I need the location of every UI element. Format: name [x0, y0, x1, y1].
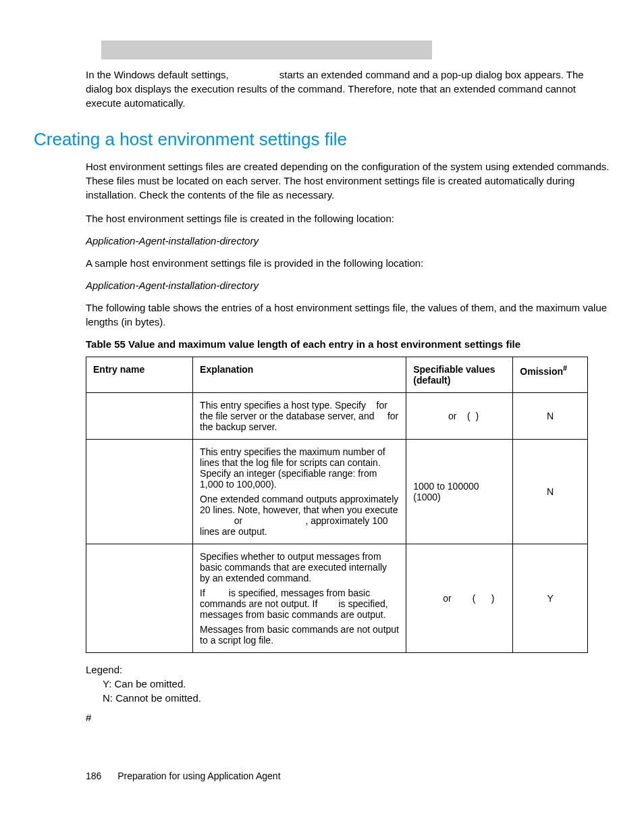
paragraph-4: A sample host environment settings file … [86, 256, 610, 270]
cell-entry [86, 393, 193, 440]
code-block [101, 41, 432, 59]
table-header-row: Entry name Explanation Specifiable value… [86, 357, 588, 393]
intro-paragraph: In the Windows default settings, starts … [86, 68, 610, 110]
header-omission: Omission# [513, 357, 588, 393]
path-2: Application-Agent-installation-directory [86, 280, 610, 291]
cell-values: or ( ) [406, 544, 513, 653]
cell-values: or ( ) [406, 393, 513, 440]
cell-explanation: Specifies whether to output messages fro… [193, 544, 406, 653]
table-row: Specifies whether to output messages fro… [86, 544, 588, 653]
cell-entry [86, 544, 193, 653]
footnote-hash: # [86, 712, 610, 723]
section-heading: Creating a host environment settings fil… [34, 129, 610, 150]
path-1: Application-Agent-installation-directory [86, 235, 610, 246]
paragraph-6: The following table shows the entries of… [86, 301, 610, 329]
legend-n: N: Cannot be omitted. [103, 692, 610, 704]
page-number: 186 [86, 771, 101, 781]
header-entry-name: Entry name [86, 357, 193, 393]
paragraph-1: Host environment settings files are crea… [86, 159, 610, 202]
legend-title: Legend: [86, 664, 610, 675]
header-values: Specifiable values (default) [406, 357, 513, 393]
cell-explanation: This entry specifies a host type. Specif… [193, 393, 406, 440]
legend-y: Y: Can be omitted. [103, 678, 610, 689]
cell-omission: Y [513, 544, 588, 653]
cell-entry [86, 440, 193, 544]
cell-omission: N [513, 440, 588, 544]
table-row: This entry specifies a host type. Specif… [86, 393, 588, 440]
cell-values: 1000 to 100000 (1000) [406, 440, 513, 544]
cell-explanation: This entry specifies the maximum number … [193, 440, 406, 544]
header-explanation: Explanation [193, 357, 406, 393]
cell-omission: N [513, 393, 588, 440]
settings-table: Entry name Explanation Specifiable value… [86, 357, 588, 653]
paragraph-2: The host environment settings file is cr… [86, 211, 610, 226]
page-footer: 186 Preparation for using Application Ag… [86, 771, 610, 781]
table-caption: Table 55 Value and maximum value length … [86, 338, 610, 350]
table-row: This entry specifies the maximum number … [86, 440, 588, 544]
footer-title: Preparation for using Application Agent [117, 771, 280, 781]
